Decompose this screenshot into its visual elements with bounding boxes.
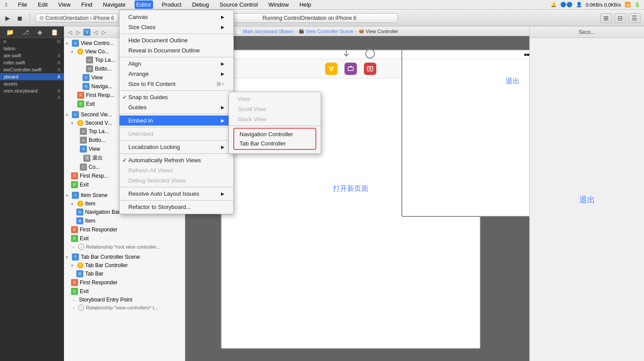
menu-size-class[interactable]: Size Class ▶ [120,22,233,32]
menu-snap-guides[interactable]: ✓ Snap to Guides [120,92,233,102]
menu-help[interactable]: Help [298,0,313,9]
outline-tabbar-vc-label: Tab Bar Controller [85,262,128,268]
outline-rel2-text: Relationship *view controllers* t... [86,305,158,310]
outline-rel2[interactable]: → ○ Relationship *view controllers* t... [64,304,185,312]
outline-view-btn[interactable]: V [83,29,90,36]
outline-exit4[interactable]: E Exit [64,287,185,296]
sidebar-item-yboard[interactable]: yboardA [0,73,64,80]
editor-toggle-btn[interactable]: ⊟ [614,13,626,23]
outline-sv-exit-text: 退出 [92,154,103,162]
sidebar: 📁 ⎇ ◆ 📋 nM tation ate.swiftA roller.swif… [0,26,64,361]
apple-menu[interactable]:  [4,0,9,9]
menu-localization[interactable]: Localization Locking ▶ [120,142,233,152]
sidebar-item-ewcontroller[interactable]: ewController.swiftA [0,66,64,73]
sidebar-item-tation[interactable]: tation [0,45,64,52]
breadcrumb-base[interactable]: Main.storyboard (Base) [243,29,293,34]
menu-window[interactable]: Window [266,0,290,9]
user-icon[interactable]: 👤 [576,2,582,7]
outline-fwd2-btn[interactable]: ▷ [101,29,107,36]
menu-align[interactable]: Align ▶ [120,59,233,69]
menu-resolve-layout[interactable]: Resolve Auto Layout Issues ▶ [120,189,233,199]
outline-exit4-icon: E [71,288,78,295]
embed-nav-controller[interactable]: Navigation Controller [234,130,315,139]
outline-item-child[interactable]: ★ Item [64,216,185,225]
menu-view[interactable]: View [56,0,72,9]
outline-view-text: View [91,74,103,81]
embed-tab-bar-controller-label: Tab Bar Controller [240,140,286,147]
menu-hide-outline[interactable]: Hide Document Outline [120,35,233,45]
outline-exit3-text: Exit [80,235,89,242]
menu-file[interactable]: File [16,0,29,9]
sidebar-item-n[interactable]: nM [0,38,64,45]
size-class-arrow: ▶ [221,25,225,30]
outline-tabbar-scene-header[interactable]: ▾ T Tab Bar Controller Scene [64,253,185,261]
nav-icon-1[interactable] [325,63,337,75]
arrange-arrow: ▶ [221,71,225,76]
resolve-layout-arrow: ▶ [221,191,225,196]
sidebar-report-icon[interactable]: 📋 [51,29,58,36]
outline-fr4[interactable]: F First Responder [64,278,185,287]
outline-vc-scene-label: View Contro... [81,40,114,46]
menu-auto-refresh[interactable]: ✓ Automatically Refresh Views [120,155,233,165]
sidebar-breakpoint-icon[interactable]: ◆ [37,29,42,36]
menu-refactor[interactable]: Refactor to Storyboard... [120,202,233,212]
nav-icon-2[interactable] [344,63,357,75]
breadcrumb-scene[interactable]: View Controller Scene [306,29,354,34]
outline-sv-co-text: Co... [89,164,100,170]
run-button[interactable]: ▶ [4,14,12,22]
menu-arrange[interactable]: Arrange ▶ [120,69,233,79]
outline-tabbar-vc[interactable]: ▾ T Tab Bar Controller [64,261,185,269]
stop-button[interactable]: ◼ [15,14,24,22]
size-fit-shortcut: ⌘= [216,81,225,87]
breadcrumb-sep3: › [355,29,357,34]
outline-storyboard-entry[interactable]: → Storyboard Entry Point [64,296,185,304]
sidebar-item-roller[interactable]: roller.swiftA [0,59,64,66]
outline-fr2-icon: F [71,172,78,179]
menu-size-fit[interactable]: Size to Fit Content ⌘= [120,79,233,89]
sidebar-item-assets[interactable]: assets [0,80,64,87]
outline-sv-bot-icon: A [80,137,87,144]
open-new-page-btn[interactable]: 打开新页面 [333,184,368,194]
outline-rel1[interactable]: → ○ Relationship *root view controller..… [64,243,185,251]
breadcrumb-vc-icon: 📦 [359,29,364,33]
menu-reveal-outline[interactable]: Reveal in Document Outline [120,45,233,56]
menu-source-control[interactable]: Source Control [218,0,260,9]
outline-fr4-text: First Responder [80,279,117,286]
menu-embed-in[interactable]: Embed In ▶ [120,115,233,126]
panel-toggle-btn[interactable]: ☰ [629,13,640,23]
outline-storyboard-text: Storyboard Entry Point [79,297,132,303]
outline-forward-btn[interactable]: ▷ [75,29,82,36]
sidebar-item-reen[interactable]: reen.storyboardA [0,87,64,94]
outline-back2-btn[interactable]: ◁ [92,29,99,36]
svg-rect-2 [348,67,353,71]
menu-canvas[interactable]: Canvas ▶ [120,12,233,22]
nav-icon-3[interactable] [364,63,376,75]
menu-find[interactable]: Find [79,0,94,9]
menu-refresh-all: Refresh All Views [120,165,233,175]
sep-4 [120,114,233,114]
menu-navigate[interactable]: Navigate [101,0,127,9]
menu-product[interactable]: Product [160,0,183,9]
sidebar-item-empty[interactable]: A [0,94,64,101]
view-toggle-btn[interactable]: ⊞ [600,13,612,23]
notification-icon[interactable]: 🔔 [550,2,557,7]
outline-fr3[interactable]: F First Responder [64,225,185,234]
sidebar-git-icon[interactable]: ⎇ [22,29,29,36]
outline-exit3[interactable]: E Exit [64,234,185,243]
menu-guides[interactable]: Guides ▶ [120,102,233,112]
menu-edit[interactable]: Edit [36,0,49,9]
outline-sv-bot-text: Botto... [89,137,105,143]
embed-tab-bar-controller[interactable]: Tab Bar Controller [234,139,315,148]
menu-editor[interactable]: Editor [135,0,153,9]
menu-debug[interactable]: Debug [190,0,210,9]
down-arrow-indicator [340,47,353,60]
sidebar-item-ate[interactable]: ate.swiftA [0,52,64,59]
breadcrumb-vc[interactable]: View Controller [366,29,398,34]
resolve-layout-label: Resolve Auto Layout Issues [128,190,199,197]
outline-tabbar[interactable]: ⊟ Tab Bar [64,269,185,278]
sidebar-folder-icon[interactable]: 📁 [6,29,14,36]
outline-tabbar-scene-label: Tab Bar Controller Scene [81,254,140,260]
scheme-selector[interactable]: ⚙ ControlOrientation › iPhone 6 [35,14,118,22]
wifi-icon: 📶 [625,2,631,7]
outline-back-btn[interactable]: ◁ [67,29,73,36]
